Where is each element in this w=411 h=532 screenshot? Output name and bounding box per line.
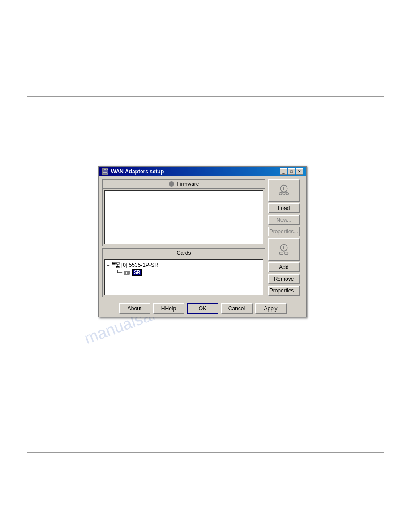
help-label: HHelp xyxy=(161,305,176,312)
wan-adapters-dialog: WAN Adapters setup _ □ ✕ Firmware xyxy=(98,166,307,317)
svg-rect-5 xyxy=(112,263,115,264)
dialog-content: Firmware Cards − xyxy=(99,176,306,300)
ok-button[interactable]: OK xyxy=(187,303,218,314)
firmware-section-title: Firmware xyxy=(177,181,199,187)
tree-line-icon: └─ xyxy=(116,270,122,275)
svg-text:i: i xyxy=(283,246,284,250)
sr-badge: SR xyxy=(132,269,142,276)
cards-icon-button[interactable]: i xyxy=(268,238,300,261)
svg-rect-10 xyxy=(116,266,119,267)
svg-point-18 xyxy=(283,193,285,195)
dialog-title: WAN Adapters setup xyxy=(111,168,164,175)
minimize-button[interactable]: _ xyxy=(280,168,287,175)
top-rule xyxy=(27,96,384,97)
network-icon xyxy=(112,262,120,268)
dialog-right-panel: i Load New... Properties... xyxy=(268,179,303,297)
dialog-left-panel: Firmware Cards − xyxy=(102,179,265,297)
tree-expand-icon[interactable]: − xyxy=(107,263,111,268)
properties-bottom-button[interactable]: Properties... xyxy=(268,286,300,296)
dialog-footer: About HHelp OK Cancel Apply xyxy=(99,300,306,317)
firmware-section: Firmware xyxy=(102,179,265,246)
cards-icon: i xyxy=(277,243,291,256)
svg-point-19 xyxy=(286,193,289,195)
page: manualsarchive.com WAN Adapters setup _ … xyxy=(0,0,411,532)
cards-section-header: Cards xyxy=(103,249,265,257)
svg-rect-7 xyxy=(117,262,119,264)
dialog-icon xyxy=(102,168,108,175)
add-button[interactable]: Add xyxy=(268,262,300,272)
apply-button[interactable]: Apply xyxy=(255,303,287,314)
svg-rect-25 xyxy=(280,252,283,255)
cards-list: − [0] 5535-1P-SR xyxy=(104,259,263,295)
card-icon xyxy=(124,270,130,275)
help-button[interactable]: HHelp xyxy=(153,303,184,314)
maximize-button[interactable]: □ xyxy=(288,168,295,175)
close-button[interactable]: ✕ xyxy=(296,168,303,175)
bottom-rule xyxy=(27,452,384,453)
svg-point-17 xyxy=(279,193,282,195)
firmware-list xyxy=(104,190,263,244)
new-button[interactable]: New... xyxy=(268,215,300,225)
title-bar-controls: _ □ ✕ xyxy=(280,168,303,175)
ok-label: OK xyxy=(199,305,206,312)
svg-rect-0 xyxy=(103,170,107,173)
tree-child-item: └─ SR xyxy=(116,269,261,276)
svg-rect-26 xyxy=(285,252,288,255)
firmware-header-icon xyxy=(169,181,174,187)
cancel-button[interactable]: Cancel xyxy=(221,303,253,314)
remove-button[interactable]: Remove xyxy=(268,274,300,284)
cards-section: Cards − xyxy=(102,248,265,297)
tree-item-label: [0] 5535-1P-SR xyxy=(121,262,158,268)
tree-item-root: − [0] 5535-1P-SR xyxy=(107,262,261,268)
title-bar-left: WAN Adapters setup xyxy=(102,168,164,175)
svg-text:i: i xyxy=(283,187,284,191)
cards-section-title: Cards xyxy=(176,250,191,256)
load-button[interactable]: Load xyxy=(268,203,300,213)
firmware-icon-button[interactable]: i xyxy=(268,179,300,202)
firmware-section-header: Firmware xyxy=(103,180,265,189)
svg-rect-12 xyxy=(124,272,126,274)
firmware-icon: i xyxy=(277,184,291,197)
about-button[interactable]: About xyxy=(119,303,150,314)
properties-top-button[interactable]: Properties... xyxy=(268,227,300,236)
title-bar: WAN Adapters setup _ □ ✕ xyxy=(99,167,306,176)
